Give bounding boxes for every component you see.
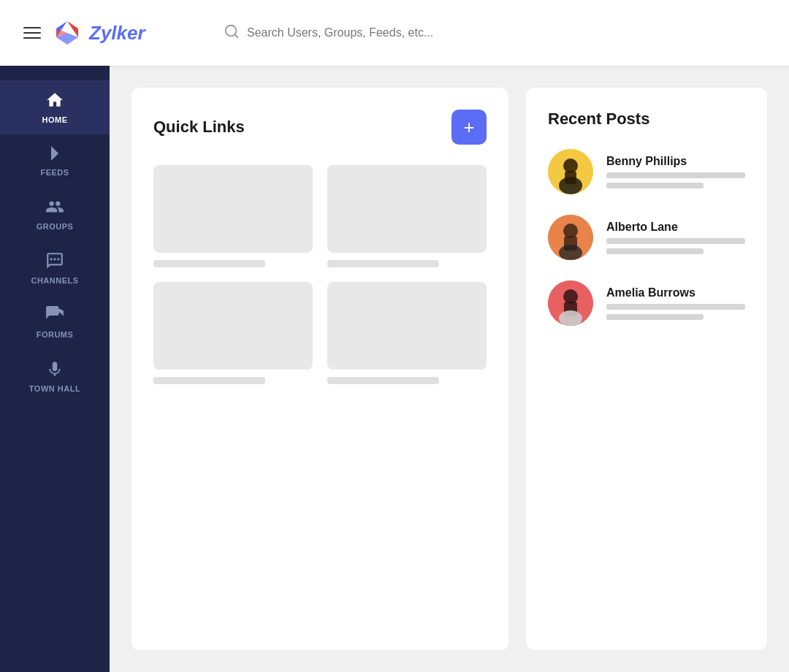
svg-point-20 — [559, 310, 582, 326]
post-line-6 — [606, 314, 704, 320]
link-thumbnail-3 — [153, 282, 313, 370]
groups-icon — [45, 197, 64, 219]
townhall-icon — [45, 359, 64, 381]
post-name-benny: Benny Phillips — [606, 155, 745, 168]
sidebar-item-townhall[interactable]: TOWN HALL — [0, 349, 110, 403]
sidebar-item-forums[interactable]: FORUMS — [0, 295, 110, 349]
sidebar-label-forums: FORUMS — [37, 330, 74, 339]
recent-posts-title: Recent Posts — [548, 110, 745, 129]
main-layout: HOME FEEDS GROUPS — [0, 66, 789, 672]
add-quick-link-button[interactable]: + — [451, 110, 487, 145]
link-label-1 — [153, 260, 265, 267]
post-item-benny[interactable]: Benny Phillips — [548, 149, 745, 194]
header: Zylker — [0, 0, 789, 66]
sidebar-item-home[interactable]: HOME — [0, 80, 110, 134]
post-line-2 — [606, 183, 704, 188]
search-bar[interactable] — [212, 18, 577, 48]
sidebar-label-home: HOME — [42, 115, 68, 124]
link-label-4 — [327, 377, 439, 384]
link-item-4 — [327, 282, 487, 384]
post-info-amelia: Amelia Burrows — [606, 286, 745, 320]
avatar-benny — [548, 149, 593, 194]
post-item-amelia[interactable]: Amelia Burrows — [548, 280, 745, 326]
recent-posts-card: Recent Posts Benny Phillips — [526, 88, 767, 650]
home-icon — [45, 91, 64, 112]
link-thumbnail-2 — [327, 165, 487, 253]
sidebar: HOME FEEDS GROUPS — [0, 66, 110, 672]
logo: Zylker — [53, 18, 145, 47]
post-name-amelia: Amelia Burrows — [606, 286, 745, 299]
link-thumbnail-1 — [153, 165, 313, 253]
link-label-2 — [327, 260, 439, 267]
avatar-amelia — [548, 280, 593, 326]
post-item-alberto[interactable]: Alberto Lane — [548, 215, 745, 260]
link-item-2 — [327, 165, 487, 267]
post-line-4 — [606, 248, 704, 254]
svg-point-8 — [57, 258, 59, 260]
svg-rect-12 — [565, 171, 576, 184]
header-left: Zylker — [23, 18, 145, 47]
svg-point-7 — [50, 258, 53, 260]
search-icon — [224, 23, 240, 42]
link-label-3 — [153, 377, 265, 384]
svg-point-16 — [559, 245, 582, 260]
link-thumbnail-4 — [327, 282, 487, 370]
channels-icon — [45, 251, 64, 273]
logo-text: Zylker — [89, 22, 145, 45]
logo-icon — [53, 18, 82, 47]
sidebar-label-feeds: FEEDS — [40, 168, 69, 177]
sidebar-item-feeds[interactable]: FEEDS — [0, 134, 110, 187]
quick-links-grid — [153, 165, 487, 384]
quick-links-header: Quick Links + — [153, 110, 487, 145]
post-name-alberto: Alberto Lane — [606, 221, 745, 234]
quick-links-card: Quick Links + — [132, 88, 508, 650]
sidebar-label-townhall: TOWN HALL — [29, 384, 80, 393]
post-info-benny: Benny Phillips — [606, 155, 745, 188]
svg-point-6 — [53, 258, 56, 260]
link-item-3 — [153, 282, 313, 384]
post-line-3 — [606, 238, 745, 244]
sidebar-item-channels[interactable]: CHANNELS — [0, 241, 110, 295]
sidebar-label-groups: GROUPS — [37, 222, 74, 231]
forums-icon — [45, 305, 64, 327]
link-item-1 — [153, 165, 313, 267]
sidebar-item-groups[interactable]: GROUPS — [0, 187, 110, 241]
post-line-5 — [606, 304, 745, 310]
feeds-icon — [46, 145, 64, 165]
post-line-1 — [606, 172, 745, 178]
quick-links-title: Quick Links — [153, 118, 245, 137]
content-area: Quick Links + — [110, 66, 789, 672]
post-info-alberto: Alberto Lane — [606, 221, 745, 254]
hamburger-menu[interactable] — [23, 27, 41, 39]
sidebar-label-channels: CHANNELS — [31, 276, 78, 285]
search-input[interactable] — [247, 26, 539, 39]
svg-line-5 — [235, 34, 237, 37]
avatar-alberto — [548, 215, 593, 260]
